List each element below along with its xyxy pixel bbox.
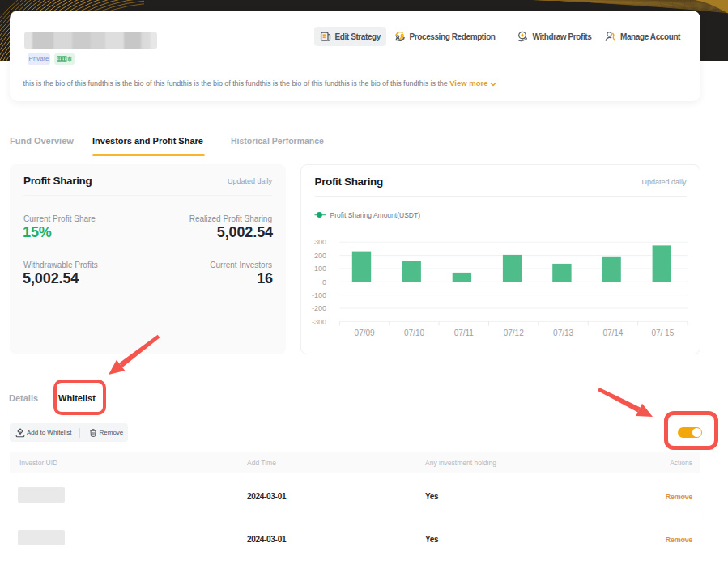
svg-text:Profit Sharing Amount(USDT): Profit Sharing Amount(USDT) [330, 211, 421, 219]
svg-text:-100: -100 [312, 291, 326, 299]
svg-text:100: 100 [314, 265, 326, 273]
svg-text:-200: -200 [312, 304, 326, 312]
svg-text:07/13: 07/13 [553, 329, 573, 337]
svg-text:07/14: 07/14 [602, 329, 623, 337]
svg-text:300: 300 [314, 238, 326, 246]
svg-text:07/11: 07/11 [454, 329, 475, 337]
svg-text:07/09: 07/09 [355, 329, 375, 337]
svg-text:200: 200 [314, 252, 326, 260]
svg-text:07/ 15: 07/ 15 [651, 329, 674, 337]
svg-text:0: 0 [322, 278, 326, 286]
svg-text:07/12: 07/12 [504, 329, 524, 337]
svg-text:07/10: 07/10 [404, 329, 424, 337]
svg-text:-300: -300 [312, 318, 326, 326]
